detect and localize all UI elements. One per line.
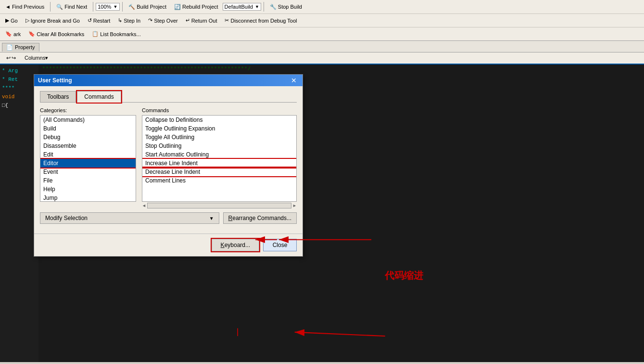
tab-toolbars[interactable]: Toolbars [40,91,76,102]
restart-button[interactable]: ↺ Restart [84,16,114,25]
toolbar-row-1: ◄ Find Previous 🔍 Find Next 100% ▼ 🔨 Bui… [0,0,644,13]
disconnect-button[interactable]: ✂ Disconnect from Debug Tool [221,16,300,25]
stop-icon: 🔧 [270,4,277,10]
dialog-tab-bar: Toolbars Commands [40,91,297,103]
cmd-stop-outlining[interactable]: Stop Outlining [142,142,296,150]
category-event[interactable]: Event [40,168,136,176]
cmd-toggle-all[interactable]: Toggle All Outlining [142,133,296,142]
bookmark-icon: 🔖 [5,31,12,37]
clear-bookmarks-button[interactable]: 🔖 Clear All Bookmarks [25,29,88,39]
property-icon: 📄 [6,44,13,51]
category-all-commands[interactable]: (All Commands) [40,116,136,124]
cmd-start-auto[interactable]: Start Automatic Outlining [142,150,296,159]
keyboard-button[interactable]: Keyboard... [212,239,259,251]
tab-bar: 📄 Property [0,41,644,52]
toolbar-row-2: ▶ Go ▷ Ignore Break and Go ↺ Restart ↳ S… [0,13,644,27]
find-prev-icon: ◄ [5,4,11,10]
step-in-icon: ↳ [118,17,122,24]
svg-line-4 [295,332,385,336]
modify-selection-button[interactable]: Modify Selection ▼ [40,212,219,224]
tab-commands[interactable]: Commands [77,91,121,103]
rebuild-icon: 🔄 [174,4,181,10]
build-project-button[interactable]: 🔨 Build Project [125,2,170,12]
return-out-button[interactable]: ↵ Return Out [182,16,221,25]
categories-label: Categories: [40,107,136,113]
undo-icon: ↩ [6,55,11,61]
close-button[interactable]: Close [263,239,297,251]
cmd-toggle-expansion[interactable]: Toggle Outlining Expansion [142,124,296,133]
zoom-arrow-icon: ▼ [113,4,117,9]
category-debug[interactable]: Debug [40,133,136,142]
commands-column: Commands Collapse to Definitions Toggle … [142,107,297,208]
commands-label: Commands [142,107,297,113]
categories-listbox[interactable]: (All Commands) Build Debug Disassemble E… [40,115,136,202]
build-arrow-icon: ▼ [255,4,259,9]
step-over-icon: ↷ [148,17,152,24]
step-in-button[interactable]: ↳ Step In [114,16,144,25]
find-previous-button[interactable]: ◄ Find Previous [2,2,48,11]
dialog-title: User Setting [38,77,72,84]
main-area: * Arg * Ret **** void □{ ***************… [0,65,644,362]
category-editor[interactable]: Editor [40,159,136,168]
category-edit[interactable]: Edit [40,150,136,159]
columns-button[interactable]: ↩ ↪ [3,54,19,62]
modal-overlay: User Setting ✕ Toolbars Commands [0,65,644,362]
modify-arrow-icon: ▼ [209,216,214,221]
list-bookmarks-button[interactable]: 📋 List Bookmarks... [88,29,144,39]
category-disassemble[interactable]: Disassemble [40,142,136,150]
zoom-dropdown[interactable]: 100% ▼ [96,3,120,11]
toolbar-row-3: 🔖 ark 🔖 Clear All Bookmarks 📋 List Bookm… [0,27,644,40]
find-next-button[interactable]: 🔍 Find Next [53,2,90,12]
find-next-icon: 🔍 [56,4,63,10]
cmd-decrease-indent[interactable]: Decrease Line Indent [142,168,296,176]
columns-bar: ↩ ↪ Columns▾ [0,52,644,65]
disconnect-icon: ✂ [225,17,229,24]
go-button[interactable]: ▶ Go [2,16,21,25]
go-icon: ▶ [5,17,9,24]
dialog-footer: Keyboard... Close [34,234,303,256]
separator-1 [50,2,51,12]
dialog-close-button[interactable]: ✕ [289,77,299,84]
rebuild-project-button[interactable]: 🔄 Rebuild Project [171,2,222,12]
category-build[interactable]: Build [40,124,136,133]
stop-build-button[interactable]: 🔧 Stop Build [266,2,305,12]
restart-icon: ↺ [88,17,92,24]
dialog-body: Toolbars Commands Categories: (All Comma… [34,86,303,229]
category-file[interactable]: File [40,176,136,185]
columns-dropdown-button[interactable]: Columns▾ [21,54,51,62]
separator-2 [93,2,93,12]
tab-property[interactable]: 📄 Property [2,43,39,52]
bookmark-button[interactable]: 🔖 ark [2,29,24,39]
cmd-increase-indent[interactable]: Increase Line Indent [142,159,296,168]
commands-listbox[interactable]: Collapse to Definitions Toggle Outlining… [142,115,297,202]
build-icon: 🔨 [128,4,135,10]
cmd-comment-lines[interactable]: Comment Lines [142,176,296,185]
redo-icon: ↪ [12,55,16,61]
return-out-icon: ↵ [186,17,190,24]
separator-4 [264,2,264,12]
dialog-titlebar: User Setting ✕ [34,75,303,86]
indent-annotation: 代码缩进 [385,269,423,282]
rearrange-commands-button[interactable]: Rearrange Commands... [223,212,297,224]
ignore-break-button[interactable]: ▷ Ignore Break and Go [22,16,83,25]
separator-3 [122,2,123,12]
default-build-dropdown[interactable]: DefaultBuild ▼ [223,3,261,11]
ignore-break-icon: ▷ [25,17,29,24]
clear-bookmarks-icon: 🔖 [28,31,35,37]
user-setting-dialog: User Setting ✕ Toolbars Commands [34,74,303,257]
category-help[interactable]: Help [40,185,136,194]
step-over-button[interactable]: ↷ Step Over [145,16,181,25]
cmd-collapse[interactable]: Collapse to Definitions [142,116,296,124]
category-jump[interactable]: Jump [40,194,136,202]
list-bookmarks-icon: 📋 [92,31,99,37]
dialog-content: Categories: (All Commands) Build Debug D… [40,107,297,208]
categories-column: Categories: (All Commands) Build Debug D… [40,107,136,208]
modify-row: Modify Selection ▼ Rearrange Commands... [40,212,297,224]
